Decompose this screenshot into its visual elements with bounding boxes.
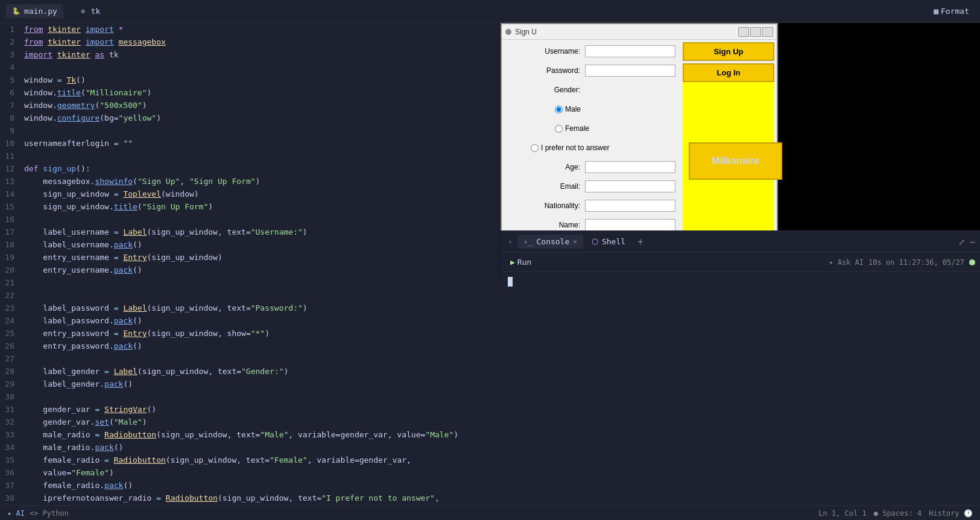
email-label: Email: xyxy=(507,182,585,191)
tkinter-titlebar: Sign U _ □ ✕ xyxy=(502,24,777,40)
run-button[interactable]: ▶ Run xyxy=(505,256,536,268)
age-input[interactable] xyxy=(585,161,675,173)
ask-ai-label[interactable]: ✦ Ask AI xyxy=(829,258,864,267)
name-input[interactable] xyxy=(585,219,675,231)
line-content: window.configure(bg="yellow") xyxy=(24,112,501,124)
line-content: label_username.pack() xyxy=(24,238,501,251)
tab-shell[interactable]: ⬡ Shell xyxy=(586,235,631,249)
console-tab-close[interactable]: ✕ xyxy=(573,238,577,246)
line-number: 35 xyxy=(0,454,24,466)
table-row: 18 label_username.pack() xyxy=(0,238,501,251)
password-input[interactable] xyxy=(585,65,675,77)
prefer-radio-row: I prefer not to answer xyxy=(507,140,675,156)
tkinter-title: Sign U xyxy=(515,28,735,36)
code-editor[interactable]: 1 from tkinter import * 2 from tkinter i… xyxy=(0,23,501,506)
table-row: 19 entry_username = Entry(sign_up_window… xyxy=(0,251,501,264)
line-number: 29 xyxy=(0,378,24,390)
username-label: Username: xyxy=(507,47,585,55)
console-add-button[interactable]: + xyxy=(634,235,647,249)
female-radio-row: Female xyxy=(507,121,675,136)
email-input[interactable] xyxy=(585,180,675,192)
console-tabs-bar: › ›_ Console ✕ ⬡ Shell + ⤢ ⋯ xyxy=(501,231,980,253)
username-input[interactable] xyxy=(585,45,675,57)
signup-button[interactable]: Sign Up xyxy=(683,42,774,61)
dot-separator: ● xyxy=(874,509,878,518)
history-status[interactable]: History 🕐 xyxy=(929,509,973,518)
python-status-icon: <> xyxy=(30,509,38,518)
nationality-input[interactable] xyxy=(585,200,675,212)
password-label: Password: xyxy=(507,66,585,75)
gender-label-row: Gender: xyxy=(507,82,675,98)
table-row: 33 male_radio = Radiobutton(sign_up_wind… xyxy=(0,428,501,441)
console-timestamp: 10s on 11:27:36, 05/27 xyxy=(868,258,964,267)
table-row: 38 iprefernotoanswer_radio = Radiobutton… xyxy=(0,492,501,504)
line-number: 37 xyxy=(0,479,24,492)
line-number: 31 xyxy=(0,403,24,416)
password-row: Password: xyxy=(507,63,675,78)
login-button[interactable]: Log In xyxy=(683,63,774,82)
cursor-block xyxy=(508,277,513,287)
line-content xyxy=(24,352,501,365)
table-row: 17 label_username = Label(sign_up_window… xyxy=(0,226,501,238)
line-number: 38 xyxy=(0,492,24,504)
line-content: def sign_up(): xyxy=(24,162,501,175)
table-row: 24 label_password.pack() xyxy=(0,314,501,327)
line-number: 20 xyxy=(0,264,24,276)
line-number: 6 xyxy=(0,86,24,99)
table-row: 26 entry_password.pack() xyxy=(0,340,501,352)
tk-window-buttons: _ □ ✕ xyxy=(738,27,773,37)
table-row: 29 label_gender.pack() xyxy=(0,378,501,390)
line-content xyxy=(24,150,501,162)
tab-tk[interactable]: ⊙ tk xyxy=(73,4,107,18)
table-row: 14 sign_up_window = Toplevel(window) xyxy=(0,188,501,200)
table-row: 36 value="Female") xyxy=(0,466,501,479)
toolbar-right: ✦ Ask AI 10s on 11:27:36, 05/27 xyxy=(829,258,975,267)
line-number: 28 xyxy=(0,365,24,378)
console-chevron[interactable]: › xyxy=(505,236,515,247)
female-radio[interactable] xyxy=(555,125,563,133)
tab-console[interactable]: ›_ Console ✕ xyxy=(517,235,583,249)
prefer-radio[interactable] xyxy=(531,144,539,152)
male-radio[interactable] xyxy=(555,106,563,113)
more-options-icon[interactable]: ⋯ xyxy=(970,237,975,247)
table-row: 12 def sign_up(): xyxy=(0,162,501,175)
line-content xyxy=(24,61,501,74)
table-row: 32 gender_var.set("Male") xyxy=(0,416,501,428)
clock-icon: 🕐 xyxy=(964,509,973,518)
nationality-label: Nationality: xyxy=(507,201,585,210)
console-icon: ›_ xyxy=(523,237,533,246)
line-number: 8 xyxy=(0,112,24,124)
table-row: 37 female_radio.pack() xyxy=(0,479,501,492)
line-content xyxy=(24,390,501,403)
expand-icon[interactable]: ⤢ xyxy=(958,237,966,247)
line-content: label_password = Label(sign_up_window, t… xyxy=(24,302,501,314)
tk-title-dot xyxy=(505,29,511,35)
line-number: 34 xyxy=(0,441,24,454)
tk-minimize-button[interactable]: _ xyxy=(738,27,749,37)
line-number: 2 xyxy=(0,36,24,48)
line-content: import tkinter as tk xyxy=(24,48,501,61)
line-content: value="Female") xyxy=(24,466,501,479)
nationality-row: Nationality: xyxy=(507,198,675,214)
line-number: 4 xyxy=(0,61,24,74)
table-row: 6 window.title("Millionaire") xyxy=(0,86,501,99)
tk-close-button[interactable]: ✕ xyxy=(762,27,773,37)
tab-main[interactable]: 🐍 main.py xyxy=(6,4,63,18)
tk-maximize-button[interactable]: □ xyxy=(750,27,761,37)
table-row: 25 entry_password = Entry(sign_up_window… xyxy=(0,327,501,340)
format-button[interactable]: ▦ Format xyxy=(929,4,974,18)
ai-status[interactable]: ✦ AI xyxy=(7,509,25,518)
line-content: sign_up_window = Toplevel(window) xyxy=(24,188,501,200)
line-content: window.geometry("500x500") xyxy=(24,99,501,112)
line-number: 10 xyxy=(0,137,24,150)
table-row: 2 from tkinter import messagebox xyxy=(0,36,501,48)
console-body[interactable] xyxy=(501,272,980,506)
line-number: 9 xyxy=(0,124,24,137)
line-number: 30 xyxy=(0,390,24,403)
table-row: 35 female_radio = Radiobutton(sign_up_wi… xyxy=(0,454,501,466)
table-row: 21 xyxy=(0,276,501,289)
table-row: 15 sign_up_window.title("Sign Up Form") xyxy=(0,200,501,213)
table-row: 11 xyxy=(0,150,501,162)
line-content: gender_var = StringVar() xyxy=(24,403,501,416)
language-status[interactable]: <> Python xyxy=(30,509,69,518)
